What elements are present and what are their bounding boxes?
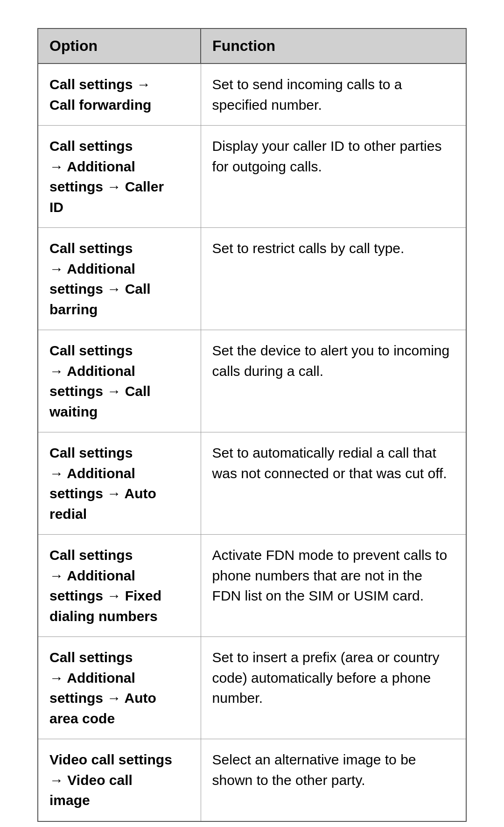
table-row: Video call settings → Video call imageSe… [38, 739, 466, 821]
option-cell-1: Call settings → Additional settings → Ca… [38, 126, 201, 228]
table-row: Call settings → Additional settings → Ca… [38, 126, 466, 228]
function-cell-1: Display your caller ID to other parties … [201, 126, 466, 228]
function-cell-0: Set to send incoming calls to a specifie… [201, 64, 466, 126]
main-table: Option Function Call settings → Call for… [37, 28, 467, 822]
function-header: Function [201, 29, 466, 64]
function-cell-4: Set to automatically redial a call that … [201, 432, 466, 535]
table-row: Call settings → Additional settings → Ca… [38, 228, 466, 330]
option-cell-3: Call settings → Additional settings → Ca… [38, 330, 201, 432]
function-cell-3: Set the device to alert you to incoming … [201, 330, 466, 432]
table-row: Call settings → Additional settings → Fi… [38, 535, 466, 637]
function-cell-2: Set to restrict calls by call type. [201, 228, 466, 330]
option-cell-4: Call settings → Additional settings → Au… [38, 432, 201, 535]
table-row: Call settings → Additional settings → Au… [38, 637, 466, 739]
option-cell-0: Call settings → Call forwarding [38, 64, 201, 126]
option-cell-6: Call settings → Additional settings → Au… [38, 637, 201, 739]
table-row: Call settings → Additional settings → Au… [38, 432, 466, 535]
option-header: Option [38, 29, 201, 64]
table-header-row: Option Function [38, 29, 466, 64]
function-cell-6: Set to insert a prefix (area or country … [201, 637, 466, 739]
table-row: Call settings → Additional settings → Ca… [38, 330, 466, 432]
function-cell-5: Activate FDN mode to prevent calls to ph… [201, 535, 466, 637]
option-cell-5: Call settings → Additional settings → Fi… [38, 535, 201, 637]
option-cell-7: Video call settings → Video call image [38, 739, 201, 821]
option-cell-2: Call settings → Additional settings → Ca… [38, 228, 201, 330]
table-row: Call settings → Call forwardingSet to se… [38, 64, 466, 126]
function-cell-7: Select an alternative image to be shown … [201, 739, 466, 821]
